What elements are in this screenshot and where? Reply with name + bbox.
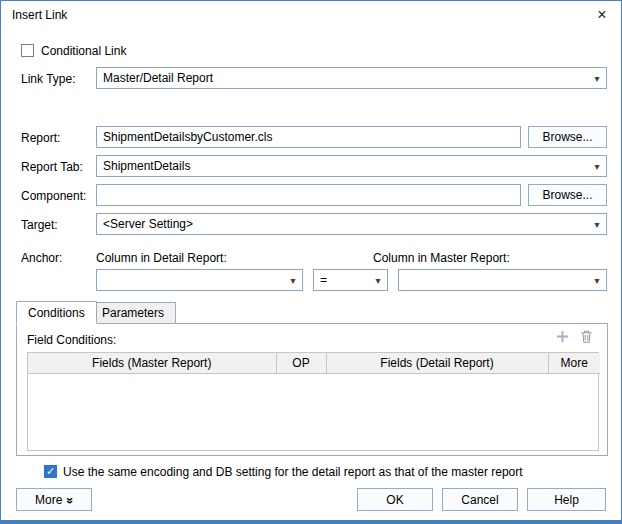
conditional-link-label: Conditional Link: [41, 44, 126, 58]
col-more[interactable]: More: [548, 353, 600, 373]
table-header-row: Fields (Master Report) OP Fields (Detail…: [28, 353, 600, 373]
trash-icon: [579, 329, 594, 347]
close-button[interactable]: ×: [585, 1, 619, 28]
titlebar: Insert Link ×: [1, 1, 621, 29]
column-detail-label: Column in Detail Report:: [96, 251, 227, 265]
check-icon: ✓: [46, 466, 55, 477]
add-condition-button[interactable]: [553, 329, 571, 347]
component-browse-button[interactable]: Browse...: [528, 184, 607, 206]
report-tab-select[interactable]: ShipmentDetails ▾: [96, 155, 607, 177]
chevron-down-icon: ▾: [588, 275, 606, 286]
encoding-checkbox[interactable]: ✓: [44, 465, 57, 478]
plus-icon: [555, 329, 570, 347]
report-label: Report:: [21, 131, 60, 145]
more-button[interactable]: More »: [16, 488, 92, 511]
field-conditions-table: Fields (Master Report) OP Fields (Detail…: [27, 352, 599, 451]
chevron-down-icon: ▾: [588, 219, 606, 230]
link-type-select[interactable]: Master/Detail Report ▾: [96, 67, 607, 89]
ok-button[interactable]: OK: [357, 488, 433, 511]
report-tab-label: Report Tab:: [21, 160, 83, 174]
tab-conditions[interactable]: Conditions: [16, 301, 97, 324]
col-fields-detail[interactable]: Fields (Detail Report): [326, 353, 548, 373]
more-button-label: More: [35, 493, 62, 507]
anchor-label: Anchor:: [21, 251, 62, 265]
report-input[interactable]: [96, 126, 521, 148]
chevron-double-down-icon: »: [63, 497, 77, 503]
chevron-down-icon: ▾: [284, 275, 302, 286]
close-icon: ×: [597, 6, 606, 24]
cancel-button-label: Cancel: [461, 493, 498, 507]
component-browse-label: Browse...: [542, 188, 592, 202]
insert-link-dialog: Insert Link × ✓ Conditional Link Link Ty…: [0, 0, 622, 524]
conditional-link-checkbox[interactable]: ✓: [21, 44, 34, 57]
tab-parameters[interactable]: Parameters: [90, 302, 176, 324]
col-op[interactable]: OP: [276, 353, 326, 373]
chevron-down-icon: ▾: [369, 275, 387, 286]
help-button[interactable]: Help: [527, 488, 606, 511]
field-conditions-label: Field Conditions:: [27, 333, 116, 347]
anchor-operator-value: =: [314, 273, 369, 287]
report-browse-label: Browse...: [542, 130, 592, 144]
column-master-select[interactable]: ▾: [398, 269, 607, 291]
anchor-operator-select[interactable]: = ▾: [313, 269, 388, 291]
link-type-label: Link Type:: [21, 72, 75, 86]
target-value: <Server Setting>: [97, 217, 588, 231]
component-input[interactable]: [96, 184, 521, 206]
report-tab-value: ShipmentDetails: [97, 159, 588, 173]
column-detail-select[interactable]: ▾: [96, 269, 303, 291]
component-label: Component:: [21, 189, 86, 203]
chevron-down-icon: ▾: [588, 161, 606, 172]
link-type-value: Master/Detail Report: [97, 71, 588, 85]
column-master-label: Column in Master Report:: [373, 251, 510, 265]
cancel-button[interactable]: Cancel: [442, 488, 518, 511]
col-fields-master[interactable]: Fields (Master Report): [28, 353, 276, 373]
target-select[interactable]: <Server Setting> ▾: [96, 213, 607, 235]
ok-button-label: OK: [386, 493, 403, 507]
target-label: Target:: [21, 218, 58, 232]
help-button-label: Help: [554, 493, 579, 507]
encoding-checkbox-label: Use the same encoding and DB setting for…: [63, 465, 523, 479]
delete-condition-button[interactable]: [577, 329, 595, 347]
field-conditions-table-body[interactable]: [28, 374, 598, 450]
chevron-down-icon: ▾: [588, 73, 606, 84]
dialog-title: Insert Link: [12, 8, 67, 22]
report-browse-button[interactable]: Browse...: [528, 126, 607, 148]
conditions-panel: Field Conditions: Fields (Master Report)…: [16, 323, 608, 456]
tab-conditions-label: Conditions: [28, 306, 85, 320]
tab-parameters-label: Parameters: [102, 306, 164, 320]
